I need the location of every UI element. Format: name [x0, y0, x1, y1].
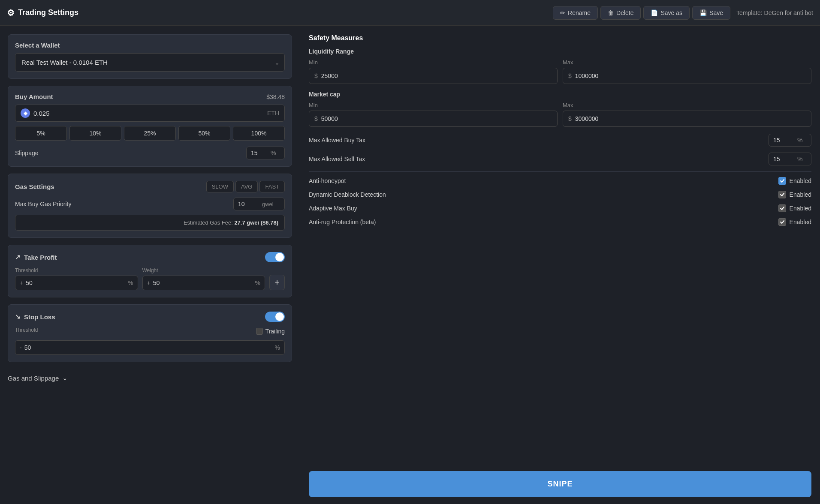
pct-buttons: 5% 10% 25% 50% 100% — [15, 126, 285, 141]
tp-weight-input[interactable] — [153, 279, 253, 286]
mc-max-label: Max — [563, 102, 811, 108]
sl-minus-sign: - — [20, 344, 22, 351]
tp-weight-pct: % — [255, 279, 260, 286]
save-as-icon: 📄 — [651, 9, 658, 16]
gas-slow-button[interactable]: SLOW — [206, 181, 234, 192]
main-layout: Select a Wallet Real Test Wallet - 0.010… — [0, 26, 820, 504]
liq-min-group: Min $ — [309, 59, 558, 84]
pct-100-button[interactable]: 100% — [233, 126, 285, 141]
dynamic-deablock-checkbox[interactable] — [778, 191, 786, 198]
anti-rug-label: Anti-rug Protection (beta) — [309, 219, 376, 225]
tp-threshold-group: Threshold + % — [15, 267, 138, 290]
wallet-select-wrapper: Real Test Wallet - 0.0104 ETH ⌄ — [15, 53, 285, 72]
liq-min-label: Min — [309, 59, 558, 66]
sl-input-wrap: - % — [15, 340, 285, 355]
gas-speed-buttons: SLOW AVG FAST — [206, 181, 285, 192]
right-panel: Safety Measures Liquidity Range Min $ Ma… — [300, 26, 820, 504]
sl-threshold-input[interactable] — [24, 344, 272, 351]
chevron-down-icon: ⌄ — [62, 374, 68, 382]
gas-settings-section: Gas Settings SLOW AVG FAST Max Buy Gas P… — [8, 174, 292, 238]
pencil-icon: ✏ — [560, 9, 565, 16]
anti-rug-toggle-group: Enabled — [778, 218, 811, 226]
snipe-button[interactable]: SNIPE — [309, 471, 811, 497]
trash-icon: 🗑 — [608, 9, 614, 16]
gas-fee-label: Estimated Gas Fee: — [184, 219, 235, 226]
pct-5-button[interactable]: 5% — [15, 126, 67, 141]
adaptive-buy-checkbox[interactable] — [778, 204, 786, 212]
anti-honeypot-row: Anti-honeypot Enabled — [309, 177, 811, 185]
liq-min-dollar: $ — [314, 72, 318, 79]
anti-honeypot-checkbox[interactable] — [778, 177, 786, 185]
eth-icon: ◆ — [21, 108, 30, 118]
stop-loss-toggle[interactable] — [265, 312, 285, 322]
slippage-input[interactable] — [251, 150, 268, 156]
adaptive-buy-row: Adaptive Max Buy Enabled — [309, 204, 811, 212]
page-title: ⚙ Trading Settings — [7, 8, 549, 18]
pct-25-button[interactable]: 25% — [124, 126, 176, 141]
anti-honeypot-label: Anti-honeypot — [309, 177, 346, 184]
anti-rug-enabled-label: Enabled — [790, 219, 811, 225]
take-profit-toggle[interactable] — [265, 252, 285, 262]
take-profit-title: ↗ Take Profit — [15, 253, 57, 261]
mc-max-group: Max $ — [563, 102, 811, 127]
save-icon: 💾 — [699, 9, 707, 16]
tp-threshold-input[interactable] — [26, 279, 125, 286]
buy-tax-row: Max Allowed Buy Tax % — [309, 134, 811, 147]
trending-up-icon: ↗ — [15, 253, 21, 261]
take-profit-header: ↗ Take Profit — [15, 252, 285, 262]
delete-button[interactable]: 🗑 Delete — [600, 6, 641, 20]
mc-min-dollar: $ — [314, 115, 318, 122]
market-cap-row: Min $ Max $ — [309, 102, 811, 127]
dynamic-deablock-label: Dynamic Deablock Detection — [309, 191, 386, 198]
save-as-button[interactable]: 📄 Save as — [643, 6, 690, 20]
anti-rug-row: Anti-rug Protection (beta) Enabled — [309, 218, 811, 226]
gas-settings-label: Gas Settings — [15, 183, 54, 190]
liq-min-input[interactable] — [321, 72, 552, 79]
eth-amount-input[interactable] — [33, 110, 264, 117]
pct-50-button[interactable]: 50% — [178, 126, 230, 141]
adaptive-buy-toggle-group: Enabled — [778, 204, 811, 212]
liq-max-label: Max — [563, 59, 811, 66]
dynamic-deablock-enabled-label: Enabled — [790, 191, 811, 198]
buy-amount-section: Buy Amount $38.48 ◆ ETH 5% 10% 25% 50% 1… — [8, 86, 292, 167]
gas-slippage-collapsible[interactable]: Gas and Slippage ⌄ — [8, 369, 292, 384]
mc-min-label: Min — [309, 102, 558, 108]
gas-header: Gas Settings SLOW AVG FAST — [15, 181, 285, 192]
stop-loss-header: ↘ Stop Loss — [15, 312, 285, 322]
mc-min-input[interactable] — [321, 115, 552, 122]
anti-rug-checkbox[interactable] — [778, 218, 786, 226]
sell-tax-label: Max Allowed Sell Tax — [309, 156, 365, 162]
eth-input-row: ◆ ETH — [15, 105, 285, 122]
liq-max-dollar: $ — [568, 72, 572, 79]
gas-fast-button[interactable]: FAST — [259, 181, 285, 192]
tp-threshold-input-wrap: + % — [15, 276, 138, 290]
gas-avg-button[interactable]: AVG — [235, 181, 258, 192]
pct-10-button[interactable]: 10% — [69, 126, 121, 141]
add-tp-button[interactable]: + — [269, 275, 285, 290]
tp-threshold-plus: + — [20, 279, 23, 286]
sell-tax-row: Max Allowed Sell Tax % — [309, 153, 811, 165]
buy-tax-input[interactable] — [773, 137, 795, 144]
rename-button[interactable]: ✏ Rename — [553, 6, 598, 20]
wallet-select[interactable]: Real Test Wallet - 0.0104 ETH — [15, 53, 285, 72]
tp-weight-group: Weight + % — [142, 267, 265, 290]
sl-threshold-row: Threshold Trailing — [15, 327, 285, 335]
mc-min-group: Min $ — [309, 102, 558, 127]
adaptive-buy-label: Adaptive Max Buy — [309, 205, 357, 212]
dynamic-deablock-toggle-group: Enabled — [778, 191, 811, 198]
sl-pct: % — [275, 344, 280, 351]
liq-max-input[interactable] — [575, 72, 806, 79]
market-cap-title: Market cap — [309, 91, 811, 98]
liq-max-input-wrap: $ — [563, 68, 811, 84]
gas-priority-input[interactable] — [238, 201, 259, 207]
buy-amount-header: Buy Amount $38.48 — [15, 93, 285, 100]
slippage-label: Slippage — [15, 150, 39, 156]
save-button[interactable]: 💾 Save — [692, 6, 730, 20]
sell-tax-input[interactable] — [773, 156, 795, 162]
liq-min-input-wrap: $ — [309, 68, 558, 84]
gas-fee-estimate: Estimated Gas Fee: 27.7 gwei ($6.78) — [15, 215, 285, 231]
gas-slippage-header[interactable]: Gas and Slippage ⌄ — [8, 369, 292, 384]
trailing-checkbox[interactable] — [256, 328, 263, 335]
mc-max-input[interactable] — [575, 115, 806, 122]
mc-max-input-wrap: $ — [563, 111, 811, 127]
